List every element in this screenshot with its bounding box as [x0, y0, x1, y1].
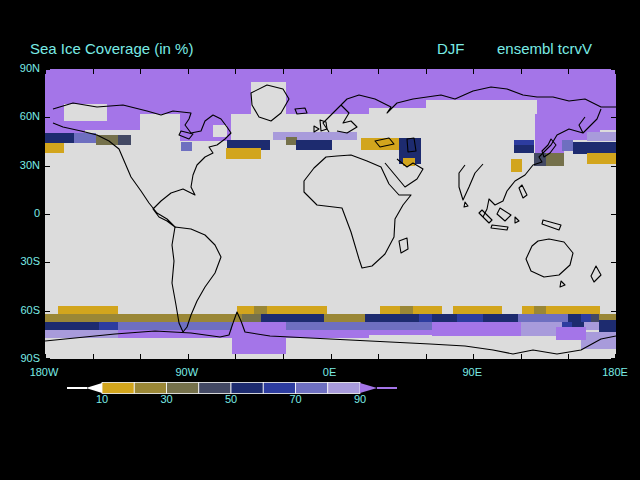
lon-tick-bottom	[331, 354, 332, 359]
lat-tick-left	[45, 166, 50, 167]
lat-tick-right	[611, 214, 616, 215]
lat-tick-right	[611, 117, 616, 118]
lon-tick-bottom	[426, 354, 427, 359]
lat-label-30N: 30N	[4, 160, 40, 171]
lon-tick-top	[140, 69, 141, 74]
plot-title: Sea Ice Coverage (in %)	[30, 40, 193, 57]
lon-tick-top	[331, 69, 332, 74]
colorbar-segment-30-40	[167, 383, 199, 394]
colorbar-under-arrow	[86, 383, 102, 393]
lat-tick-left	[45, 262, 50, 263]
lon-tick-top	[426, 69, 427, 74]
lon-label-0E: 0E	[308, 367, 352, 378]
lon-tick-top	[235, 69, 236, 74]
lat-label-90N: 90N	[4, 63, 40, 74]
colorbar-label-10: 10	[87, 393, 117, 405]
lon-tick-top	[521, 69, 522, 74]
lon-tick-top	[378, 69, 379, 74]
lon-label-90W: 90W	[165, 367, 209, 378]
lon-tick-top	[568, 69, 569, 74]
lon-tick-bottom	[473, 354, 474, 359]
lat-tick-left	[45, 69, 50, 70]
lat-tick-left	[45, 214, 50, 215]
colorbar-segments	[102, 383, 360, 394]
axis-ticks-layer	[45, 69, 616, 359]
world-map-panel	[44, 68, 617, 360]
colorbar-over-arrow	[360, 383, 377, 393]
lat-label-60S: 60S	[4, 305, 40, 316]
lon-tick-bottom	[378, 354, 379, 359]
lat-tick-right	[611, 166, 616, 167]
lat-tick-left	[45, 117, 50, 118]
colorbar-segment-20-30	[134, 383, 166, 394]
colorbar-segment-80-90	[328, 383, 360, 394]
lon-tick-bottom	[93, 354, 94, 359]
lon-tick-top	[283, 69, 284, 74]
colorbar-segment-40-50	[199, 383, 231, 394]
lat-label-90S: 90S	[4, 353, 40, 364]
lat-tick-right	[611, 358, 616, 359]
lon-label-180E: 180E	[593, 367, 637, 378]
lon-tick-bottom	[521, 354, 522, 359]
lat-tick-right	[611, 311, 616, 312]
lon-tick-top	[93, 69, 94, 74]
colorbar-legend: 1030507090	[60, 379, 405, 409]
screenshot-root: Sea Ice Coverage (in %) DJF ensembl tcrv…	[0, 0, 640, 480]
colorbar-label-70: 70	[281, 393, 311, 405]
lat-tick-left	[45, 358, 50, 359]
season-label: DJF	[437, 40, 465, 57]
lon-label-180W: 180W	[22, 367, 66, 378]
colorbar-segment-10-20	[102, 383, 134, 394]
lon-tick-bottom	[188, 354, 189, 359]
lat-tick-left	[45, 311, 50, 312]
lat-label-30S: 30S	[4, 256, 40, 267]
lon-tick-bottom	[140, 354, 141, 359]
run-label: ensembl tcrvV	[497, 40, 592, 57]
lat-label-60N: 60N	[4, 111, 40, 122]
colorbar-segment-50-60	[231, 383, 263, 394]
lon-tick-top	[473, 69, 474, 74]
lon-tick-top	[188, 69, 189, 74]
lon-tick-bottom	[568, 354, 569, 359]
colorbar-segment-60-70	[263, 383, 295, 394]
lat-label-0: 0	[4, 208, 40, 219]
colorbar-segment-70-80	[296, 383, 328, 394]
lon-tick-bottom	[283, 354, 284, 359]
lat-tick-right	[611, 69, 616, 70]
colorbar-label-90: 90	[345, 393, 375, 405]
colorbar-label-30: 30	[152, 393, 182, 405]
lon-tick-bottom	[235, 354, 236, 359]
colorbar-label-50: 50	[216, 393, 246, 405]
lon-label-90E: 90E	[450, 367, 494, 378]
lat-tick-right	[611, 262, 616, 263]
